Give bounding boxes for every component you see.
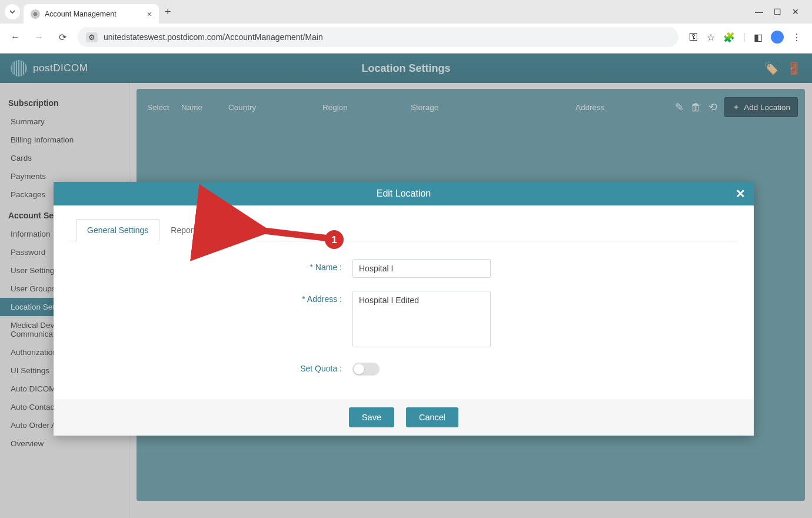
set-quota-toggle[interactable] [352,363,380,376]
new-tab-button[interactable]: + [165,6,171,18]
name-input[interactable] [352,259,491,278]
quota-label: Set Quota : [70,360,352,373]
edit-location-modal: Edit Location ✕ General Settings Report … [54,182,754,436]
site-settings-icon[interactable]: ⚙ [86,32,98,42]
modal-title: Edit Location [377,188,431,199]
favicon-icon [31,9,40,19]
app-container: postDICOM Location Settings 🏷️ 🚪 Subscri… [0,54,812,518]
side-panel-icon[interactable]: ◧ [754,32,763,43]
modal-header: Edit Location ✕ [54,182,754,205]
maximize-icon[interactable]: ☐ [774,7,781,16]
extensions-icon[interactable]: 🧩 [723,32,735,43]
name-label: * Name : [70,259,352,272]
close-tab-icon[interactable]: × [147,9,152,19]
address-textarea[interactable] [352,291,491,347]
password-key-icon[interactable]: ⚿ [689,32,698,42]
browser-chrome: Account Management × + — ☐ ✕ ← → ⟳ ⚙ uni… [0,0,812,54]
tab-report-print-options[interactable]: Report Print Options [159,219,257,241]
minimize-icon[interactable]: — [755,7,763,16]
forward-button[interactable]: → [31,32,47,42]
tab-list-dropdown[interactable] [5,4,20,19]
url-text: unitedstateswest.postdicom.com/AccountMa… [104,32,323,42]
browser-tab-bar: Account Management × + — ☐ ✕ [0,0,812,24]
kebab-menu-icon[interactable]: ⋮ [792,32,801,43]
modal-close-button[interactable]: ✕ [736,187,746,201]
back-button[interactable]: ← [7,32,24,42]
modal-footer: Save Cancel [54,399,754,436]
cancel-button[interactable]: Cancel [406,407,458,427]
general-settings-form: * Name : * Address : Set Quota : [70,241,737,394]
browser-tab[interactable]: Account Management × [24,4,159,24]
window-controls: — ☐ ✕ [755,7,807,16]
tab-title: Account Management [45,10,117,18]
address-label: * Address : [70,291,352,304]
address-bar: ← → ⟳ ⚙ unitedstateswest.postdicom.com/A… [0,24,812,53]
save-button[interactable]: Save [349,407,394,427]
profile-avatar[interactable] [771,31,784,44]
tab-general-settings[interactable]: General Settings [76,219,159,241]
close-window-icon[interactable]: ✕ [792,7,799,16]
bookmark-star-icon[interactable]: ☆ [707,32,715,43]
url-field[interactable]: ⚙ unitedstateswest.postdicom.com/Account… [78,27,678,47]
reload-button[interactable]: ⟳ [54,32,71,43]
modal-tabs: General Settings Report Print Options [70,218,737,241]
